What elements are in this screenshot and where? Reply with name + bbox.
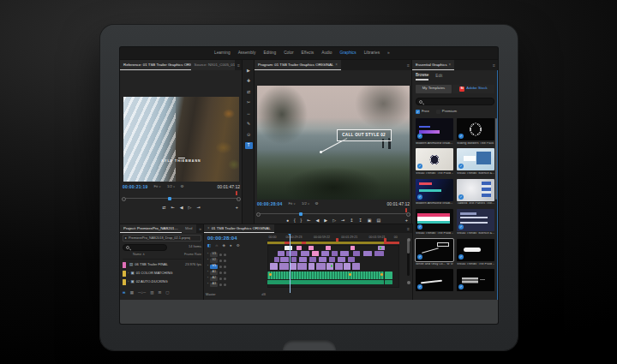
timeline-clip[interactable] bbox=[278, 251, 285, 256]
timeline-clip[interactable] bbox=[308, 246, 314, 250]
template-card[interactable]: ✓ White and Gray Lo...⚙ ↺ bbox=[416, 239, 453, 266]
template-search-input[interactable] bbox=[416, 98, 494, 105]
timeline-clip[interactable] bbox=[344, 263, 350, 270]
tab-source[interactable]: Source: NX01_C005_0153... bbox=[191, 60, 235, 70]
timeline-clip[interactable] bbox=[274, 257, 279, 262]
tool-button[interactable]: ⊙ bbox=[245, 131, 253, 138]
zoom-level-dropdown[interactable]: Fit∨ bbox=[153, 185, 160, 188]
timeline-clip[interactable] bbox=[285, 246, 292, 250]
timeline-clip[interactable] bbox=[297, 263, 307, 270]
timeline-clip[interactable] bbox=[348, 257, 355, 262]
timeline-clip[interactable] bbox=[312, 251, 319, 256]
track-target-toggle[interactable]: V2 bbox=[210, 259, 218, 263]
template-card[interactable]: ✓ bbox=[416, 269, 453, 293]
timeline-clip[interactable] bbox=[291, 257, 297, 262]
track-toggle-dot[interactable] bbox=[219, 277, 222, 280]
transport-button[interactable]: } bbox=[301, 218, 303, 223]
track-target-toggle[interactable]: A3 bbox=[210, 283, 218, 287]
button-editor-icon[interactable]: + bbox=[236, 206, 238, 211]
tab-overflow-icon[interactable]: » bbox=[196, 224, 204, 233]
panel-menu-icon[interactable]: ≡ bbox=[404, 224, 412, 233]
track-toggle-dot[interactable] bbox=[224, 283, 226, 286]
timeline-clip[interactable] bbox=[297, 246, 302, 250]
track-toggle-dot[interactable] bbox=[219, 260, 222, 262]
transport-button[interactable]: ◀ bbox=[180, 206, 183, 210]
timeline-scrollbar[interactable] bbox=[407, 238, 410, 276]
tool-button[interactable]: ✚ bbox=[245, 78, 253, 85]
project-toolbar-button[interactable]: ─○─ bbox=[138, 291, 146, 295]
track-toggle-dot[interactable] bbox=[224, 260, 226, 262]
transport-button[interactable]: ▣ bbox=[368, 218, 372, 223]
timeline-clip[interactable] bbox=[321, 251, 329, 256]
timeline-clip[interactable] bbox=[280, 257, 288, 262]
playback-resolution-dropdown[interactable]: 1/2∨ bbox=[302, 202, 310, 206]
project-toolbar-button[interactable]: ▦ bbox=[130, 291, 134, 295]
project-search-input[interactable] bbox=[123, 244, 167, 251]
timeline-clip[interactable] bbox=[340, 251, 350, 256]
sequence-marker[interactable] bbox=[336, 238, 338, 242]
template-card[interactable]: ✓ Visual Trends: The Fluid ... bbox=[457, 239, 494, 266]
template-card[interactable]: ✓ bbox=[457, 269, 494, 293]
label-color-chip[interactable] bbox=[123, 279, 126, 285]
tool-button[interactable]: ⇄ bbox=[245, 88, 253, 95]
reference-scrubber[interactable] bbox=[125, 198, 237, 200]
tab-sequence[interactable]: × 01 TSB Trailer Graphics ORIGINAL bbox=[204, 224, 274, 233]
workspace-tab[interactable]: Editing bbox=[263, 51, 276, 56]
template-card[interactable]: ✓ Visual Trends: The Fluid ... bbox=[416, 148, 453, 175]
track-lock-icon[interactable]: ▪ bbox=[207, 265, 208, 268]
workspace-tab[interactable]: Libraries bbox=[364, 51, 380, 56]
template-settings-icons[interactable]: ⚙ ↺ bbox=[446, 263, 453, 266]
timeline-clip[interactable] bbox=[353, 251, 360, 256]
zoom-level-dropdown[interactable]: Fit∨ bbox=[288, 202, 295, 206]
timeline-timecode[interactable]: 00:00:28:04 bbox=[207, 236, 237, 241]
transport-button[interactable]: ▶ bbox=[324, 218, 327, 223]
timeline-clip[interactable] bbox=[279, 263, 289, 270]
eg-subtab[interactable]: Browse bbox=[416, 74, 428, 79]
track-toggle-dot[interactable] bbox=[219, 272, 222, 274]
template-thumbnail[interactable]: ✓ bbox=[457, 209, 494, 231]
track-lock-icon[interactable]: ▪ bbox=[207, 277, 208, 280]
timeline-clip[interactable] bbox=[308, 263, 315, 270]
track-header[interactable]: ▪ V3 bbox=[207, 252, 267, 257]
zoom-handle[interactable] bbox=[236, 191, 238, 195]
reference-playhead[interactable] bbox=[168, 197, 171, 200]
wrench-icon[interactable]: ⚙ bbox=[181, 185, 184, 189]
template-thumbnail[interactable]: ✓ bbox=[457, 239, 494, 261]
track-lock-icon[interactable]: ▪ bbox=[207, 283, 208, 286]
track-header[interactable]: ▪ V1 bbox=[207, 264, 267, 269]
column-header-name[interactable]: Name ∧ bbox=[133, 254, 145, 259]
expander-icon[interactable]: › bbox=[128, 272, 129, 275]
close-icon[interactable]: × bbox=[335, 63, 338, 68]
track-lock-icon[interactable]: ▪ bbox=[207, 259, 208, 262]
item-label[interactable]: 01 COLOR MATCHING bbox=[136, 272, 173, 275]
project-toolbar-button[interactable]: ▥ bbox=[150, 291, 153, 295]
program-scrubber[interactable] bbox=[260, 213, 407, 216]
timeline-clip[interactable] bbox=[335, 263, 343, 270]
timeline-clip[interactable] bbox=[316, 263, 326, 270]
timeline-clip[interactable] bbox=[270, 263, 278, 270]
track-toggle-dot[interactable] bbox=[219, 266, 222, 268]
template-thumbnail[interactable]: ✓ bbox=[416, 269, 453, 291]
close-icon[interactable]: × bbox=[449, 63, 452, 68]
project-item-row[interactable]: ▤ 06 TSB Trailer FINAL 23.976 fps bbox=[120, 260, 204, 269]
track-target-toggle[interactable]: A2 bbox=[210, 277, 218, 281]
panel-menu-icon[interactable]: ≡ bbox=[404, 60, 412, 70]
transport-button[interactable]: ▷ bbox=[332, 218, 336, 223]
transport-button[interactable]: ⇄ bbox=[162, 206, 165, 210]
template-card[interactable]: ✓ Visual Trends: The Fluid ... bbox=[416, 209, 453, 236]
callout-anchor-dot[interactable] bbox=[320, 151, 322, 153]
track-header[interactable]: ▪ A3 bbox=[207, 282, 267, 287]
playback-resolution-dropdown[interactable]: 1/2∨ bbox=[167, 185, 176, 188]
template-thumbnail[interactable]: ✓ bbox=[457, 118, 494, 140]
workspace-tab[interactable]: Learning bbox=[214, 51, 231, 56]
work-area-bar[interactable] bbox=[267, 242, 399, 244]
template-thumbnail[interactable]: ✓ bbox=[416, 148, 453, 170]
workspace-tab[interactable]: Assembly bbox=[238, 51, 256, 56]
column-header-frame-rate[interactable]: Frame Rate bbox=[184, 254, 201, 259]
sequence-marker[interactable] bbox=[384, 238, 386, 242]
label-color-chip[interactable] bbox=[123, 271, 126, 277]
timeline-clip[interactable] bbox=[352, 263, 360, 270]
workspace-tab[interactable]: Audio bbox=[321, 51, 332, 56]
timeline-toolbar-icon[interactable]: ⚙ bbox=[237, 244, 240, 248]
timeline-clip[interactable] bbox=[385, 272, 392, 279]
